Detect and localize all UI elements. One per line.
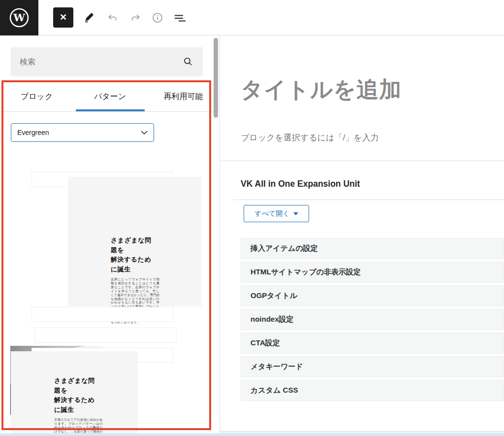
preview-heading: さまざまな問 題を 解決するため に誕生 xyxy=(54,376,118,414)
paragraph-placeholder[interactable]: ブロックを選択するには「/」を入力 xyxy=(241,132,379,143)
search-input[interactable] xyxy=(11,47,203,76)
undo-icon xyxy=(107,12,119,24)
list-view-icon xyxy=(174,12,187,24)
inserter-tabs: ブロック パターン 再利用可能 xyxy=(0,82,220,112)
preview-placeholder-box xyxy=(34,328,177,343)
accordion-item-ogp-title[interactable]: OGPタイトル xyxy=(241,285,504,306)
redo-button[interactable] xyxy=(128,11,142,25)
chevron-down-icon xyxy=(141,131,148,135)
preview-placeholder-box xyxy=(32,307,174,322)
block-inserter-toggle-button[interactable]: ✕ xyxy=(53,7,73,28)
preview-heading: さまざまな問 題を 解決するため に誕生 xyxy=(111,235,175,274)
pattern-category-value: Evergreen xyxy=(17,129,49,136)
content-divider xyxy=(220,161,504,161)
open-all-button[interactable]: すべて開く xyxy=(244,205,309,222)
accordion-item-meta-keywords[interactable]: メタキーワード xyxy=(241,356,504,377)
accordion-item-noindex[interactable]: noindex設定 xyxy=(241,309,504,330)
wordpress-logo-button[interactable]: W xyxy=(0,0,38,35)
block-inserter-panel: ブロック パターン 再利用可能 Evergreen xyxy=(0,35,220,436)
pattern-preview-2[interactable]: さまざまな問 題を 解決するため に誕生 文章入力エリアの左右に余白があります。… xyxy=(0,351,212,436)
metabox-divider xyxy=(233,200,504,200)
post-title-placeholder[interactable]: タイトルを追加 xyxy=(241,75,497,104)
sidebar-scrollbar-thumb[interactable] xyxy=(214,38,218,118)
list-view-button[interactable] xyxy=(173,11,187,25)
wordpress-logo-icon: W xyxy=(8,7,30,29)
tab-reusable[interactable]: 再利用可能 xyxy=(147,82,220,111)
accordion-item-insert-items[interactable]: 挿入アイテムの設定 xyxy=(241,238,504,259)
caret-down-icon xyxy=(293,212,298,215)
accordion-item-html-sitemap[interactable]: HTMLサイトマップの非表示設定 xyxy=(241,262,504,283)
metabox-accordion: 挿入アイテムの設定 HTMLサイトマップの非表示設定 OGPタイトル noind… xyxy=(241,238,504,403)
pattern-search-box xyxy=(11,47,203,76)
pencil-icon xyxy=(83,12,95,24)
undo-button[interactable] xyxy=(106,11,120,25)
redo-icon xyxy=(129,12,141,24)
editor-canvas: タイトルを追加 ブロックを選択するには「/」を入力 VK All in One … xyxy=(220,35,504,436)
metabox-title: VK All in One Expansion Unit xyxy=(241,179,360,189)
tab-blocks[interactable]: ブロック xyxy=(0,82,73,111)
accordion-item-custom-css[interactable]: カスタム CSS xyxy=(241,380,504,401)
accordion-item-cta[interactable]: CTA設定 xyxy=(241,333,504,354)
pattern-category-select[interactable]: Evergreen xyxy=(11,123,154,142)
info-icon xyxy=(152,12,163,24)
editor-topbar: W ✕ xyxy=(0,0,504,35)
tab-patterns[interactable]: パターン xyxy=(73,82,147,111)
window-bottom-edge xyxy=(0,434,504,436)
svg-text:W: W xyxy=(13,11,25,24)
edit-tool-button[interactable] xyxy=(82,11,96,25)
details-info-button[interactable] xyxy=(151,11,164,25)
search-icon xyxy=(183,57,193,67)
wordpress-editor: W ✕ xyxy=(0,0,504,436)
